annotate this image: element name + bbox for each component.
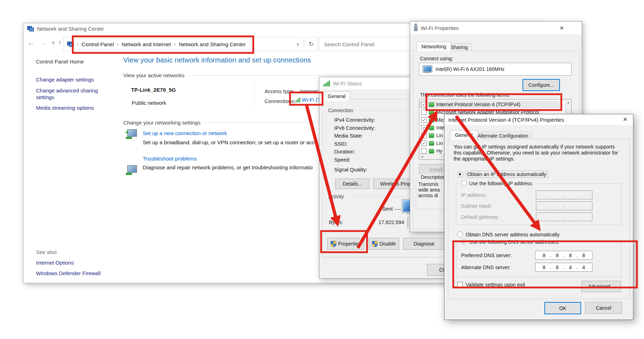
wifi-status-title: Wi-Fi Status xyxy=(333,80,362,86)
uac-shield-icon xyxy=(372,241,378,247)
active-networks-label: View your active networks xyxy=(123,72,184,78)
cancel-button[interactable]: Cancel xyxy=(585,302,622,314)
page-title: View your basic network information and … xyxy=(123,56,311,64)
breadcrumb-item-control-panel[interactable]: Control Panel xyxy=(82,41,114,47)
radio-obtain-ip-auto-label: Obtain an IP address automatically xyxy=(466,171,548,178)
crumb-separator-icon: › xyxy=(174,42,176,47)
configure-button-label: Configure... xyxy=(528,82,554,88)
diagnose-button[interactable]: Diagnose xyxy=(403,238,445,250)
advanced-button-label: Advanced... xyxy=(588,284,614,289)
protocol-icon xyxy=(429,126,434,130)
speed-label: Speed: xyxy=(334,156,375,164)
radio-unselected-icon xyxy=(457,231,463,237)
configure-button[interactable]: Configure... xyxy=(522,79,560,91)
connection-detail-rows: IPv4 Connectivity: IPv6 Connectivity: Me… xyxy=(334,116,375,174)
wifi-connection-link[interactable]: Wi-Fi (T xyxy=(295,97,320,103)
refresh-icon: ↻ xyxy=(309,41,314,48)
ipv4-title: Internet Protocol Version 4 (TCP/IPv4) P… xyxy=(448,117,564,123)
protocol-icon xyxy=(429,149,434,153)
troubleshoot-link[interactable]: Troubleshoot problems xyxy=(143,156,197,162)
sidebar-item-change-adapter[interactable]: Change adapter settings xyxy=(36,77,94,83)
default-gateway-label: Default gateway: xyxy=(461,214,499,220)
preferred-dns-field[interactable]: 8 . 8 . 8 . 8 xyxy=(535,251,592,260)
preferred-dns-label: Preferred DNS server: xyxy=(461,253,512,258)
ipv4-intro-text: You can get IP settings assigned automat… xyxy=(454,144,623,162)
list-item-ipv4[interactable]: ✓ Internet Protocol Version 4 (TCP/IPv4) xyxy=(419,101,561,108)
up-icon[interactable]: ↑ xyxy=(58,39,62,47)
tab-networking[interactable]: Networking xyxy=(416,42,451,51)
alternate-dns-value: 8 . 8 . 4 . 4 xyxy=(543,265,585,270)
network-profile: Public network xyxy=(132,100,166,106)
disable-button[interactable]: Disable xyxy=(369,238,399,250)
adapter-icon xyxy=(414,25,418,31)
checkbox-checked-icon[interactable]: ✓ xyxy=(421,133,427,138)
tab-alternate-configuration[interactable]: Alternate Configuration xyxy=(473,132,532,140)
sidebar-item-media-streaming[interactable]: Media streaming options xyxy=(36,105,94,111)
radio-unselected-icon xyxy=(461,180,467,186)
ok-button[interactable]: OK xyxy=(544,302,581,314)
back-icon[interactable]: ← xyxy=(28,39,34,47)
sidebar-item-home[interactable]: Control Panel Home xyxy=(36,59,84,65)
validate-settings-label: Validate settings upon exit xyxy=(466,282,525,287)
radio-use-dns[interactable]: Use the following DNS server addresses: xyxy=(459,239,561,245)
properties-button-label: Properties xyxy=(338,241,361,247)
address-dropdown-icon[interactable]: ∨ xyxy=(296,42,300,47)
list-item-label: Hy xyxy=(436,148,442,154)
checkbox-unchecked-icon xyxy=(457,282,463,287)
list-item-label: Mic xyxy=(436,117,444,123)
subnet-mask-field[interactable]: . . . xyxy=(536,201,592,210)
checkbox-unchecked-icon[interactable] xyxy=(421,109,427,115)
refresh-button[interactable]: ↻ xyxy=(305,37,318,51)
network-name: TP-Link_2E79_5G xyxy=(131,87,176,93)
nav-dropdown-icon[interactable]: ∨ xyxy=(52,40,55,45)
tab-general[interactable]: General xyxy=(450,130,478,140)
advanced-button[interactable]: Advanced... xyxy=(581,281,621,292)
signal-quality-label: Signal Quality: xyxy=(334,166,375,174)
manual-ip-group: Use the following IP address: IP address… xyxy=(456,183,621,225)
manual-dns-group: Use the following DNS server addresses: … xyxy=(456,242,621,277)
radio-selected-icon xyxy=(461,239,467,245)
radio-use-ip[interactable]: Use the following IP address: xyxy=(459,180,535,186)
crumb-separator-icon: › xyxy=(77,42,78,47)
description-label-text: Description xyxy=(421,174,445,180)
bytes-label: Bytes: xyxy=(329,219,343,225)
forward-icon[interactable]: → xyxy=(40,39,47,47)
ip-address-label: IP address: xyxy=(461,192,487,198)
scroll-up-icon[interactable]: ▴ xyxy=(565,99,571,105)
ip-address-field[interactable]: . . . xyxy=(536,190,592,199)
alternate-dns-field[interactable]: 8 . 8 . 4 . 4 xyxy=(535,263,592,272)
checkbox-checked-icon[interactable]: ✓ xyxy=(421,125,427,131)
uac-shield-icon xyxy=(331,241,336,247)
checkbox-checked-icon[interactable]: ✓ xyxy=(421,117,427,123)
details-button[interactable]: Details... xyxy=(335,178,370,189)
properties-button[interactable]: Properties xyxy=(327,238,364,250)
default-gateway-field[interactable]: . . . xyxy=(536,212,592,221)
breadcrumb-item-network-internet[interactable]: Network and Internet xyxy=(122,41,171,47)
troubleshoot-desc: Diagnose and repair network problems, or… xyxy=(143,164,313,170)
validate-settings-checkbox[interactable]: Validate settings upon exit xyxy=(457,282,525,287)
scroll-left-icon[interactable]: ◂ xyxy=(419,154,425,159)
close-icon[interactable]: ✕ xyxy=(560,25,564,31)
close-icon[interactable]: ✕ xyxy=(623,116,627,123)
radio-obtain-ip-auto[interactable]: Obtain an IP address automatically xyxy=(457,171,548,178)
crumb-separator-icon: › xyxy=(117,42,118,47)
address-bar[interactable]: › Control Panel › Network and Internet ›… xyxy=(63,37,303,51)
protocol-icon xyxy=(429,102,434,107)
ssid-label: SSID: xyxy=(334,140,375,148)
screenshot-stage: Network and Sharing Center ← → ∨ ↑ › Con… xyxy=(0,0,644,339)
ip-field-dots: . . . xyxy=(549,192,579,198)
sidebar-item-advanced-sharing[interactable]: Change advanced sharing settings xyxy=(36,87,105,101)
breadcrumb-item-network-sharing[interactable]: Network and Sharing Center xyxy=(179,41,246,47)
alternate-dns-label: Alternate DNS server: xyxy=(461,265,511,270)
checkbox-unchecked-icon[interactable] xyxy=(421,148,427,154)
protocol-icon xyxy=(429,118,434,122)
disable-button-label: Disable xyxy=(379,241,396,247)
setup-connection-link[interactable]: Set up a new connection or network xyxy=(143,130,227,136)
sidebar-item-defender-firewall[interactable]: Windows Defender Firewall xyxy=(36,270,101,276)
radio-obtain-dns-auto[interactable]: Obtain DNS server address automatically xyxy=(457,231,560,237)
checkbox-checked-icon[interactable]: ✓ xyxy=(421,140,427,146)
tab-general[interactable]: General xyxy=(323,91,350,101)
sidebar-item-internet-options[interactable]: Internet Options xyxy=(36,260,74,266)
list-item-label: Lin xyxy=(436,133,443,138)
checkbox-checked-icon[interactable]: ✓ xyxy=(421,102,427,107)
